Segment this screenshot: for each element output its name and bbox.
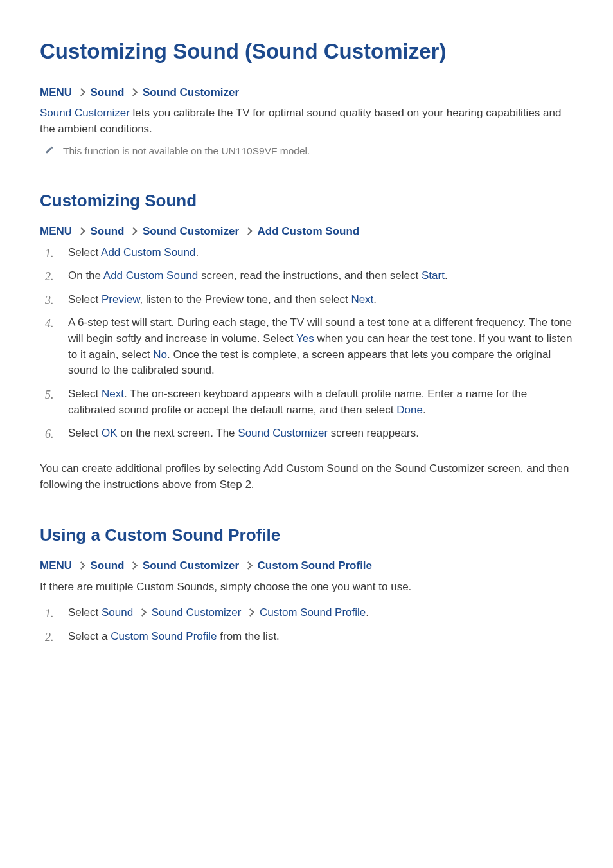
breadcrumb-custom: MENU Sound Sound Customizer Add Custom S…: [40, 224, 573, 240]
breadcrumb-item: Custom Sound Profile: [258, 559, 373, 572]
step-text: .: [366, 606, 369, 619]
ui-term: Sound Customizer: [40, 107, 130, 119]
step-text: On the: [68, 269, 103, 282]
step-text: screen reappears.: [328, 427, 419, 439]
step-text: Select: [68, 246, 101, 258]
breadcrumb-item: Sound Customizer: [143, 225, 239, 237]
step-text: .: [195, 246, 199, 258]
step-text: Select: [68, 388, 102, 400]
step-item: On the Add Custom Sound screen, read the…: [45, 268, 573, 292]
section-title-using: Using a Custom Sound Profile: [40, 523, 573, 548]
ui-term: Next: [102, 388, 124, 400]
chevron-right-icon: [129, 88, 138, 96]
steps-custom: Select Add Custom Sound. On the Add Cust…: [40, 245, 573, 449]
step-item: A 6-step test will start. During each st…: [45, 315, 573, 386]
ui-term: Start: [422, 269, 445, 282]
breadcrumb-item: Sound: [91, 559, 125, 572]
chevron-right-icon: [246, 608, 254, 617]
chevron-right-icon: [77, 227, 85, 235]
page-title: Customizing Sound (Sound Customizer): [40, 36, 573, 67]
step-item: Select Next. The on-screen keyboard appe…: [45, 386, 573, 426]
ui-term: Custom Sound Profile: [260, 606, 366, 619]
step-text: Select a: [68, 630, 111, 642]
section-title-customizing: Customizing Sound: [40, 189, 573, 213]
ui-term: Done: [396, 404, 423, 416]
chevron-right-icon: [77, 561, 85, 570]
ui-term: No: [153, 348, 167, 361]
step-text: from the list.: [217, 630, 280, 642]
use-lead: If there are multiple Custom Sounds, sim…: [40, 579, 573, 595]
chevron-right-icon: [244, 561, 253, 570]
chevron-right-icon: [129, 227, 138, 235]
chevron-right-icon: [244, 227, 253, 235]
breadcrumb-item: MENU: [40, 225, 72, 237]
pencil-icon: [45, 145, 54, 154]
breadcrumb-item: Sound: [91, 225, 125, 237]
step-item: Select Sound Sound Customizer Custom Sou…: [45, 605, 573, 629]
breadcrumb-item: Sound: [91, 86, 125, 98]
note-row: This function is not available on the UN…: [45, 144, 573, 158]
step-text: . The on-screen keyboard appears with a …: [68, 388, 527, 416]
ui-term: Yes: [296, 332, 314, 345]
ui-term: OK: [102, 427, 118, 439]
ui-term: Sound Customizer: [152, 606, 242, 619]
trailing-paragraph: You can create additional profiles by se…: [40, 461, 573, 493]
step-text: .: [373, 293, 377, 305]
breadcrumb-use: MENU Sound Sound Customizer Custom Sound…: [40, 558, 573, 574]
ui-term: Custom Sound Profile: [111, 630, 217, 642]
step-text: Select: [68, 606, 102, 619]
ui-term: Sound Customizer: [238, 427, 328, 439]
step-text: Select: [68, 293, 102, 305]
note-text: This function is not available on the UN…: [63, 144, 310, 158]
step-item: Select Preview, listen to the Preview to…: [45, 292, 573, 316]
step-item: Select a Custom Sound Profile from the l…: [45, 629, 573, 653]
breadcrumb-item: MENU: [40, 559, 72, 572]
ui-term: Next: [351, 293, 373, 305]
chevron-right-icon: [77, 88, 85, 96]
ui-term: Preview: [102, 293, 140, 305]
intro-lead: Sound Customizer lets you calibrate the …: [40, 105, 573, 137]
ui-term: Add Custom Sound: [103, 269, 198, 282]
step-text: on the next screen. The: [118, 427, 238, 439]
chevron-right-icon: [129, 561, 138, 570]
step-text: , listen to the Preview tone, and then s…: [140, 293, 351, 305]
step-text: Select: [68, 427, 102, 439]
chevron-right-icon: [138, 608, 147, 617]
step-item: Select OK on the next screen. The Sound …: [45, 426, 573, 449]
step-text: screen, read the instructions, and then …: [198, 269, 422, 282]
breadcrumb-item: MENU: [40, 86, 72, 98]
step-item: Select Add Custom Sound.: [45, 245, 573, 269]
step-text: .: [423, 404, 426, 416]
breadcrumb-item: Sound Customizer: [143, 559, 239, 572]
breadcrumb-item: Add Custom Sound: [258, 225, 360, 237]
steps-use: Select Sound Sound Customizer Custom Sou…: [40, 605, 573, 652]
breadcrumb-intro: MENU Sound Sound Customizer: [40, 85, 573, 101]
breadcrumb-item: Sound Customizer: [143, 86, 239, 98]
ui-term: Add Custom Sound: [101, 246, 195, 258]
step-text: .: [445, 269, 448, 282]
ui-term: Sound: [102, 606, 133, 619]
